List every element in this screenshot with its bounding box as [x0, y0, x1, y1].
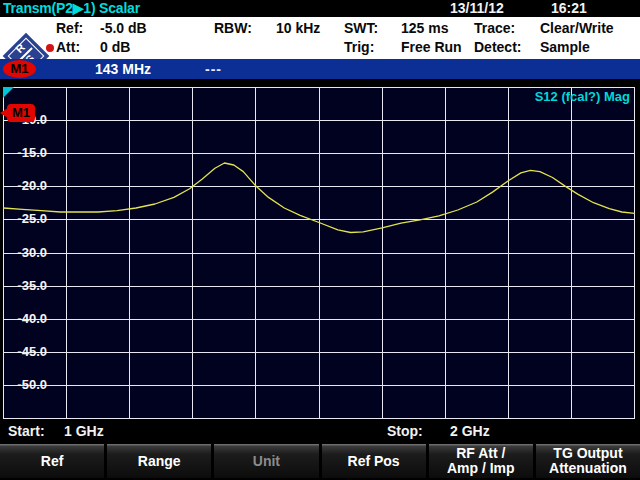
detect-label: Detect:: [474, 38, 540, 57]
field-trace: Trace:Clear/Write: [474, 19, 614, 38]
y-axis-label: -25.0: [7, 211, 47, 227]
y-axis-labels: -10.0-15.0-20.0-25.0-30.0-35.0-40.0-45.0…: [7, 87, 47, 419]
rbw-label: RBW:: [214, 19, 276, 38]
start-value: 1 GHz: [64, 419, 104, 444]
softkey-rf-att-amp-imp[interactable]: RF Att /Amp / Imp: [429, 444, 533, 478]
softkey-tg-output-label2: Attenuation: [549, 461, 627, 476]
marker-frequency: 143 MHz: [95, 59, 151, 79]
trig-value: Free Run: [401, 39, 462, 55]
softkey-tg-output-attenuation[interactable]: TG OutputAttenuation: [536, 444, 640, 478]
marker-badge[interactable]: M1: [3, 60, 36, 78]
softkey-unit[interactable]: Unit: [214, 444, 318, 478]
start-label: Start:: [8, 419, 45, 444]
instrument-screen: Transm(P2▶1) Scalar 13/11/12 16:21 R S R…: [0, 0, 640, 480]
softkey-ref-pos-label: Ref Pos: [348, 454, 400, 469]
field-att: Att:0 dB: [56, 38, 130, 57]
softkey-ref-label: Ref: [41, 454, 64, 469]
softkey-ref[interactable]: Ref: [0, 444, 104, 478]
field-detect: Detect:Sample: [474, 38, 590, 57]
y-axis-label: -15.0: [7, 145, 47, 161]
softkey-unit-label: Unit: [253, 454, 280, 469]
title-bar: Transm(P2▶1) Scalar 13/11/12 16:21: [0, 0, 640, 17]
y-axis-label: -45.0: [7, 344, 47, 360]
marker-bar: M1 143 MHz ---: [0, 59, 640, 79]
trig-label: Trig:: [344, 38, 401, 57]
field-rbw: RBW:10 kHz: [214, 19, 320, 38]
detect-value: Sample: [540, 39, 590, 55]
softkey-ref-pos[interactable]: Ref Pos: [322, 444, 426, 478]
att-label: Att:: [56, 38, 100, 57]
att-active-dot: [46, 44, 54, 52]
chart-svg: [3, 87, 635, 419]
softkey-tg-output-label: TG Output: [553, 446, 622, 461]
ref-label: Ref:: [56, 19, 100, 38]
softkey-rf-att-label2: Amp / Imp: [447, 461, 515, 476]
settings-header: R S Ref:-5.0 dB Att:0 dB RBW:10 kHz SWT:…: [0, 17, 640, 59]
stop-label: Stop:: [387, 419, 423, 444]
y-axis-label: -50.0: [7, 377, 47, 393]
trace-annotation: S12 (fcal?) Mag: [535, 89, 630, 104]
marker-m1-label: M1: [7, 104, 35, 122]
y-axis-label: -20.0: [7, 178, 47, 194]
att-value: 0 dB: [100, 39, 130, 55]
frequency-footer: Start: 1 GHz Stop: 2 GHz: [0, 419, 640, 444]
field-swt: SWT:125 ms: [344, 19, 448, 38]
softkey-range[interactable]: Range: [107, 444, 211, 478]
time-text: 16:21: [551, 0, 587, 17]
y-axis-label: -35.0: [7, 278, 47, 294]
swt-value: 125 ms: [401, 20, 448, 36]
marker-level: ---: [205, 59, 222, 79]
softkey-row: Ref Range Unit Ref Pos RF Att /Amp / Imp…: [0, 444, 640, 478]
y-axis-label: -40.0: [7, 311, 47, 327]
chart-area: S12 (fcal?) Mag -10.0-15.0-20.0-25.0-30.…: [3, 87, 635, 419]
trace-value: Clear/Write: [540, 20, 614, 36]
marker-m1-tag[interactable]: M1: [0, 104, 35, 122]
rbw-value: 10 kHz: [276, 20, 320, 36]
trace-label: Trace:: [474, 19, 540, 38]
softkey-range-label: Range: [138, 454, 181, 469]
date-text: 13/11/12: [450, 0, 504, 17]
field-ref: Ref:-5.0 dB: [56, 19, 147, 38]
swt-label: SWT:: [344, 19, 401, 38]
field-trig: Trig:Free Run: [344, 38, 462, 57]
stop-value: 2 GHz: [450, 419, 490, 444]
softkey-rf-att-label: RF Att /: [456, 446, 505, 461]
y-axis-label: -30.0: [7, 245, 47, 261]
page-title: Transm(P2▶1) Scalar: [3, 0, 140, 17]
ref-value: -5.0 dB: [100, 20, 147, 36]
